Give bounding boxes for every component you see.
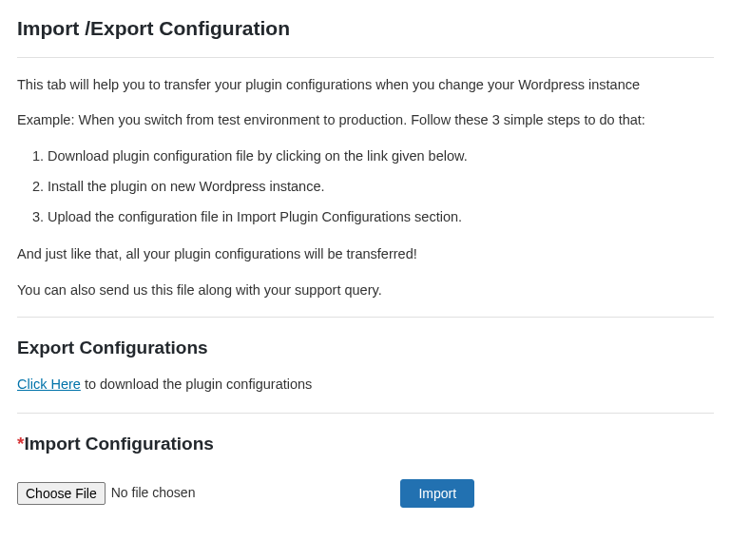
import-heading: Import Configurations (24, 434, 213, 454)
choose-file-button[interactable]: Choose File (17, 482, 106, 505)
page-title: Import /Export Configuration (17, 13, 714, 44)
file-input[interactable]: Choose File No file chosen (17, 482, 195, 505)
outro-text-2: You can also send us this file along wit… (17, 280, 714, 301)
step-item: Download plugin configuration file by cl… (48, 146, 714, 167)
intro-text-1: This tab will help you to transfer your … (17, 75, 714, 96)
export-link-suffix: to download the plugin configurations (81, 377, 312, 392)
divider (17, 413, 714, 414)
outro-text-1: And just like that, all your plugin conf… (17, 244, 714, 265)
step-item: Upload the configuration file in Import … (48, 207, 714, 228)
intro-text-2: Example: When you switch from test envir… (17, 110, 714, 131)
step-item: Install the plugin on new Wordpress inst… (48, 177, 714, 198)
export-heading: Export Configurations (17, 335, 714, 362)
import-button[interactable]: Import (400, 479, 474, 508)
divider (17, 317, 714, 318)
export-download-link[interactable]: Click Here (17, 377, 81, 392)
file-chosen-label: No file chosen (111, 483, 196, 503)
divider (17, 57, 714, 58)
steps-list: Download plugin configuration file by cl… (17, 146, 714, 227)
